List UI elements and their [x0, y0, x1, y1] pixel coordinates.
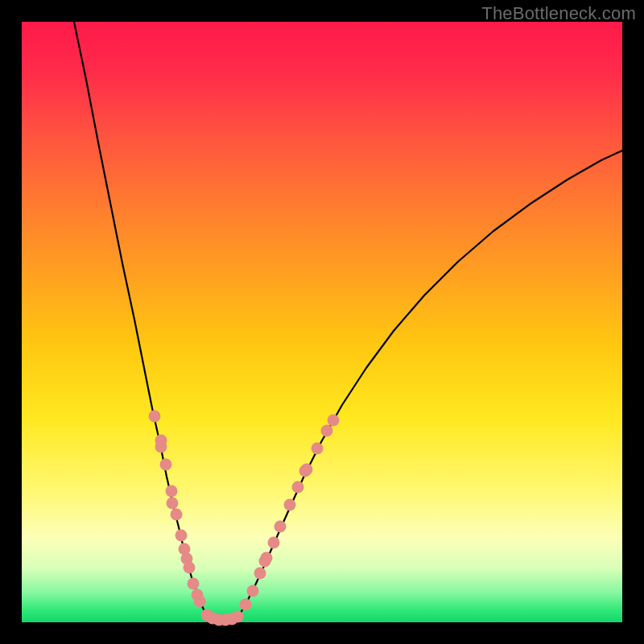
data-point	[259, 555, 271, 568]
data-point	[155, 441, 167, 453]
data-point	[261, 552, 273, 564]
data-point	[284, 499, 296, 511]
data-point	[184, 562, 196, 574]
data-point	[226, 613, 238, 625]
data-point	[155, 435, 167, 447]
data-point	[160, 459, 172, 471]
data-point	[188, 578, 200, 590]
data-point	[275, 521, 287, 533]
data-point	[213, 614, 225, 626]
data-point	[194, 596, 206, 608]
data-point	[301, 464, 313, 476]
data-point	[166, 485, 178, 497]
data-point	[312, 443, 324, 455]
data-point	[268, 537, 280, 549]
data-point	[232, 611, 244, 623]
data-point	[175, 530, 188, 542]
watermark: TheBottleneck.com	[481, 3, 636, 24]
data-point	[207, 613, 219, 625]
data-point	[254, 568, 266, 580]
data-point	[192, 589, 204, 601]
data-point	[181, 553, 193, 565]
bottleneck-curve	[22, 22, 622, 622]
data-point	[299, 465, 312, 477]
data-point	[220, 614, 232, 626]
data-point	[201, 609, 213, 621]
data-point	[247, 585, 259, 597]
plot-area	[22, 22, 622, 622]
data-point	[171, 509, 183, 521]
data-point	[149, 411, 161, 423]
data-point	[167, 497, 179, 510]
data-point	[292, 481, 304, 493]
data-point	[328, 415, 340, 427]
chart-frame: TheBottleneck.com	[0, 0, 644, 644]
data-point	[321, 425, 333, 437]
data-point	[179, 543, 191, 555]
data-point	[240, 599, 252, 611]
